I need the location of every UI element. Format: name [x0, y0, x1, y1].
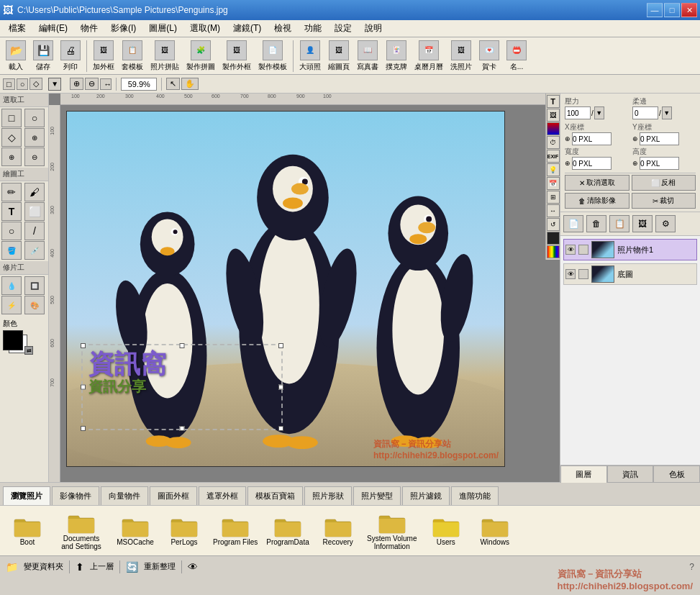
folder-recovery[interactable]: Recovery	[317, 514, 360, 548]
layer-lock-2[interactable]	[578, 269, 588, 279]
clear-image-button[interactable]: 🗑 清除影像	[565, 193, 629, 209]
canvas-tool-exif[interactable]: EXIF	[547, 150, 560, 163]
pressure-dropdown[interactable]: ▼	[594, 106, 604, 119]
menu-filter[interactable]: 濾鏡(T)	[227, 21, 267, 36]
width-input[interactable]	[572, 157, 612, 170]
new-layer-button[interactable]: 📄	[563, 215, 583, 232]
select-oval[interactable]: ○	[17, 78, 29, 90]
tool-heal[interactable]: 🔲	[24, 276, 45, 295]
layer-vis-1[interactable]: 👁	[565, 245, 576, 255]
tool-brush[interactable]: 🖌	[24, 183, 45, 201]
toolbar-greeting[interactable]: 💌 賀卡	[476, 39, 502, 73]
up-level-button[interactable]: 上一層	[90, 561, 114, 572]
zoom-out[interactable]: ⊖	[85, 78, 99, 90]
tab-vector-obj[interactable]: 向量物件	[101, 486, 148, 505]
tab-browse[interactable]: 瀏覽照片	[3, 486, 50, 505]
hand-tool[interactable]: ✋	[181, 78, 199, 90]
status-up-icon[interactable]: ⬆	[76, 561, 84, 573]
folder-systemvolume[interactable]: System Volume Information	[365, 510, 419, 552]
maximize-button[interactable]: □	[664, 3, 680, 17]
tab-mask-frame[interactable]: 遮罩外框	[199, 486, 246, 505]
toolbar-collage[interactable]: 🖼 照片拼貼	[147, 39, 182, 73]
menu-layer[interactable]: 圖層(L)	[143, 21, 183, 36]
canvas-tool-clock[interactable]: ⏱	[547, 136, 560, 149]
folder-documents[interactable]: Documents and Settings	[55, 510, 108, 552]
tool-zoom-in[interactable]: ⊕	[1, 147, 22, 166]
status-eye-icon[interactable]: 👁	[188, 561, 198, 573]
close-button[interactable]: ✕	[681, 3, 697, 17]
menu-file[interactable]: 檔案	[3, 21, 32, 36]
status-refresh-icon[interactable]: 🔄	[126, 561, 138, 573]
tool-eyedrop[interactable]: 💉	[24, 241, 45, 260]
height-input[interactable]	[640, 157, 679, 170]
foreground-color[interactable]	[3, 330, 23, 350]
minimize-button[interactable]: —	[647, 3, 663, 17]
toolbar-template[interactable]: 📋 套模板	[119, 39, 146, 73]
toolbar-make-template[interactable]: 📄 製作模板	[255, 39, 290, 73]
tab-image-obj[interactable]: 影像物件	[52, 486, 99, 505]
layer-vis-2[interactable]: 👁	[565, 269, 576, 279]
status-folder-icon[interactable]: 📁	[6, 561, 18, 573]
folder-users[interactable]: Users	[424, 514, 468, 548]
select-extra[interactable]: ▼	[48, 78, 61, 91]
canvas-tool-rotate[interactable]: ↺	[547, 218, 560, 231]
canvas-tool-T[interactable]: T	[547, 95, 560, 108]
toolbar-load[interactable]: 📂 載入	[3, 39, 29, 73]
folder-programdata[interactable]: ProgramData	[265, 514, 310, 548]
tool-lasso[interactable]: ◇	[1, 128, 22, 147]
toolbar-more[interactable]: 📛 名...	[504, 39, 529, 73]
folder-windows[interactable]: Windows	[473, 514, 517, 548]
softedge-dropdown[interactable]: ▼	[662, 106, 672, 119]
toolbar-photo-book[interactable]: 📖 寫真書	[354, 39, 381, 73]
toolbar-save[interactable]: 💾 儲存	[30, 39, 56, 73]
zoom-fit[interactable]: ↔	[100, 78, 112, 90]
toolbar-make-frame[interactable]: 🖼 製作外框	[219, 39, 254, 73]
folder-perflogs[interactable]: PerLogs	[163, 514, 206, 548]
toolbar-add-frame[interactable]: 🖼 加外框	[90, 39, 117, 73]
toolbar-headshot[interactable]: 👤 大頭照	[296, 39, 324, 73]
canvas-tool-arrow-lr[interactable]: ↔	[547, 204, 560, 217]
change-folder-button[interactable]: 變更資料夾	[24, 561, 63, 572]
tab-template-box[interactable]: 模板百寶箱	[247, 486, 303, 505]
tool-magic-wand[interactable]: ⊕	[24, 128, 45, 147]
tool-rect-select[interactable]: □	[1, 109, 22, 127]
layer-item-2[interactable]: 👁 底圖	[563, 263, 697, 285]
zoom-in[interactable]: ⊕	[70, 78, 83, 90]
menu-select[interactable]: 選取(M)	[184, 21, 226, 36]
canvas-tool-calendar2[interactable]: 📅	[547, 177, 560, 190]
menu-view[interactable]: 檢視	[268, 21, 297, 36]
reorganize-button[interactable]: 重新整理	[144, 561, 176, 572]
cursor-tool[interactable]: ↖	[166, 78, 180, 90]
tool-text[interactable]: T	[1, 202, 22, 221]
toolbar-photo-wash[interactable]: 🖼 洗照片	[447, 39, 475, 73]
toolbar-print[interactable]: 🖨 列印	[58, 39, 83, 73]
tool-rect-draw[interactable]: ⬜	[24, 202, 45, 221]
tool-clone[interactable]: 💧	[1, 276, 22, 295]
x-coord-input[interactable]	[572, 132, 612, 145]
delete-layer-button[interactable]: 🗑	[586, 215, 606, 232]
tool-fill[interactable]: 🪣	[1, 241, 22, 260]
tool-zoom-out[interactable]: ⊖	[24, 147, 45, 166]
select-diamond[interactable]: ◇	[29, 78, 42, 90]
layer-item-1[interactable]: 👁 照片物件1	[563, 239, 697, 260]
tool-line[interactable]: /	[24, 222, 45, 240]
layer-lock-1[interactable]	[578, 245, 588, 255]
layer-settings-button[interactable]: ⚙	[655, 215, 676, 232]
tab-photo-filter[interactable]: 照片濾鏡	[402, 486, 450, 505]
menu-function[interactable]: 功能	[299, 21, 327, 36]
swap-colors[interactable]: ⇄	[24, 346, 33, 355]
duplicate-layer-button[interactable]: 📋	[609, 215, 629, 232]
toolbar-poker[interactable]: 🃏 撲克牌	[383, 39, 410, 73]
softedge-input[interactable]	[632, 106, 658, 119]
zoom-input[interactable]	[121, 78, 157, 91]
tab-layers[interactable]: 圖層	[560, 465, 607, 483]
folder-programfiles[interactable]: Program Files	[212, 514, 259, 548]
canvas-tool-light[interactable]: 💡	[547, 163, 560, 176]
tool-blur[interactable]: ⚡	[1, 296, 22, 314]
select-rect[interactable]: □	[3, 78, 15, 90]
tool-oval-select[interactable]: ○	[24, 109, 45, 127]
photo-canvas[interactable]: 資訊窩 資訊分享 資訊窩－資訊分享站 http://chihehi29.blog…	[66, 111, 505, 467]
tab-info[interactable]: 資訊	[607, 465, 654, 483]
toolbar-calendar[interactable]: 📅 桌曆月曆	[412, 39, 446, 73]
folder-boot[interactable]: Boot	[6, 514, 49, 548]
